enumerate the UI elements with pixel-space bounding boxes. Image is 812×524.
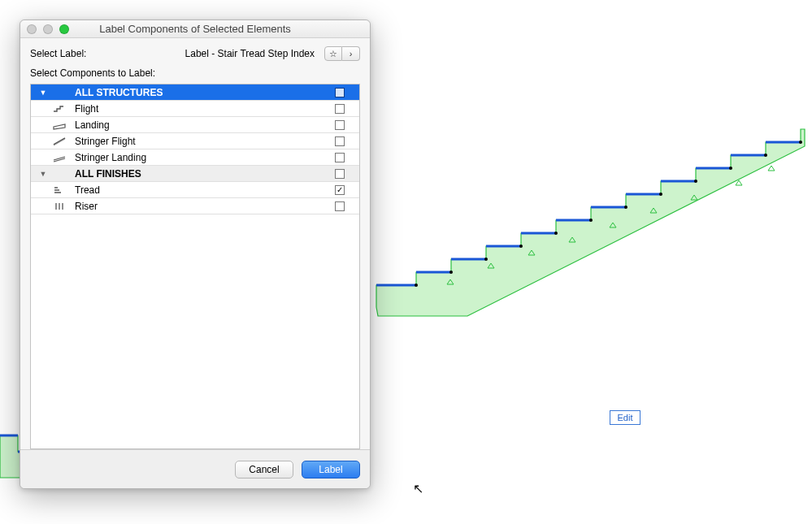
svg-point-23 [799,141,802,144]
disclosure-triangle-icon[interactable]: ▼ [34,170,52,178]
disclosure-triangle-icon[interactable]: ▼ [34,89,52,97]
chevron-right-icon: › [350,49,353,58]
favorites-button[interactable]: ☆ [324,46,342,61]
svg-point-20 [694,180,697,183]
svg-point-21 [729,167,732,170]
components-table: ▼ALL STRUCTURESFlightLandingStringer Fli… [30,84,360,449]
dialog-titlebar: Label Components of Selected Elements [20,20,370,38]
component-row-stringer-landing[interactable]: Stringer Landing [31,149,359,166]
component-label: Flight [75,103,323,115]
label-button[interactable]: Label [302,461,360,479]
component-checkbox[interactable] [335,201,345,211]
svg-point-13 [449,271,453,274]
component-checkbox[interactable]: ✓ [335,185,345,195]
riser-icon [52,201,68,212]
svg-point-18 [624,206,627,209]
edit-button[interactable]: Edit [610,410,640,425]
group-label: ALL FINISHES [75,168,323,180]
component-row-riser[interactable]: Riser [31,198,359,214]
label-picker-button[interactable]: › [342,46,360,61]
stringer-flight-icon [52,136,68,147]
group-checkbox[interactable] [335,88,345,97]
component-checkbox[interactable] [335,153,345,162]
select-label-heading: Select Label: [30,48,86,59]
svg-point-12 [415,284,418,287]
group-label: ALL STRUCTURES [75,87,323,98]
svg-point-17 [589,219,593,222]
component-checkbox[interactable] [335,120,345,130]
svg-point-14 [484,258,488,261]
component-label: Tread [75,184,323,196]
component-checkbox[interactable] [335,104,345,114]
svg-point-19 [659,193,662,196]
selected-label-name: Label - Stair Tread Step Index [93,48,318,59]
component-row-flight[interactable]: Flight [31,101,359,117]
component-row-landing[interactable]: Landing [31,117,359,133]
landing-icon [52,119,68,131]
tread-icon [52,184,68,196]
stair-section-main [376,129,805,316]
stringer-landing-icon [52,152,68,163]
flight-icon [52,103,68,115]
cursor-icon: ↖ [413,481,423,496]
label-components-dialog: Label Components of Selected Elements Se… [20,19,371,489]
cancel-button[interactable]: Cancel [235,461,293,479]
group-row-structures[interactable]: ▼ALL STRUCTURES [31,84,359,101]
dialog-title: Label Components of Selected Elements [20,23,370,35]
svg-point-16 [554,232,558,235]
star-icon: ☆ [329,49,337,59]
component-row-tread[interactable]: Tread✓ [31,182,359,198]
component-label: Landing [75,119,323,131]
svg-point-22 [764,154,767,157]
component-row-stringer-flight[interactable]: Stringer Flight [31,133,359,149]
component-label: Riser [75,201,323,212]
component-checkbox[interactable] [335,136,345,146]
group-checkbox[interactable] [335,169,345,179]
svg-point-15 [519,245,523,248]
group-row-finishes[interactable]: ▼ALL FINISHES [31,166,359,182]
component-label: Stringer Landing [75,152,323,163]
components-heading: Select Components to Label: [30,67,360,79]
component-label: Stringer Flight [75,136,323,147]
